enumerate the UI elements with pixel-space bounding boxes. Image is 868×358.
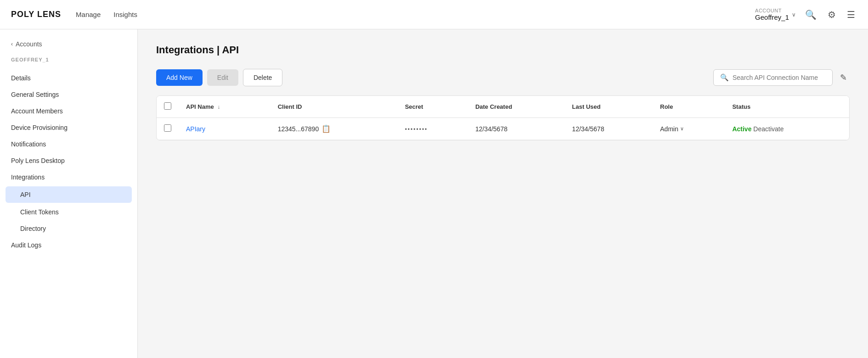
deactivate-button[interactable]: Deactivate [753,125,783,133]
account-chevron-icon: ∨ [792,11,796,18]
nav-manage[interactable]: Manage [76,11,101,18]
row-checkbox-cell [157,118,179,140]
app-logo: POLY LENS [11,10,61,19]
col-header-client-id: Client ID [271,96,398,118]
role-selector[interactable]: Admin ∨ [660,125,717,133]
toolbar: Add New Edit Delete 🔍 ✎ [156,69,850,86]
date-created-cell: 12/34/5678 [468,118,565,140]
breadcrumb-back-icon: ‹ [11,41,13,47]
account-label: ACCOUNT [755,8,789,13]
pencil-icon: ✎ [840,73,847,82]
select-all-checkbox[interactable] [164,102,171,110]
sidebar-sub-item-client-tokens[interactable]: Client Tokens [0,204,137,220]
client-id-content: 12345...67890 📋 [278,124,390,133]
client-id-value: 12345...67890 [278,125,319,133]
col-header-api-name: API Name ↓ [179,96,271,118]
role-chevron-icon: ∨ [680,126,684,132]
table-body: APIary 12345...67890 📋 •••••••• 12/34/56… [157,118,849,140]
main-layout: ‹ Accounts GEOFFREY_1 Details General Se… [0,29,868,358]
sidebar-item-notifications[interactable]: Notifications [0,136,137,152]
sidebar-item-integrations[interactable]: Integrations [0,169,137,185]
delete-button[interactable]: Delete [243,69,282,86]
col-header-status: Status [725,96,849,118]
api-table: API Name ↓ Client ID Secret Date Created… [157,96,849,140]
globe-button[interactable]: ⚙ [826,7,838,22]
col-label-api-name: API Name [186,103,214,110]
sidebar-item-general-settings[interactable]: General Settings [0,86,137,103]
page-title: Integrations | API [156,44,850,56]
search-icon: 🔍 [720,73,729,82]
sidebar-item-poly-lens-desktop[interactable]: Poly Lens Desktop [0,152,137,169]
col-header-date-created: Date Created [468,96,565,118]
row-checkbox[interactable] [164,124,171,132]
sidebar-item-details[interactable]: Details [0,70,137,86]
menu-button[interactable]: ☰ [845,7,857,22]
sidebar-item-audit-logs[interactable]: Audit Logs [0,237,137,253]
breadcrumb-label: Accounts [16,40,42,48]
edit-button[interactable]: Edit [207,69,238,86]
status-badge: Active [732,125,751,133]
add-new-button[interactable]: Add New [156,69,203,86]
sidebar-sub-item-directory[interactable]: Directory [0,220,137,237]
table-header: API Name ↓ Client ID Secret Date Created… [157,96,849,118]
nav-right: ACCOUNT Geoffrey_1 ∨ 🔍 ⚙ ☰ [755,7,857,22]
secret-value: •••••••• [405,126,428,133]
account-name: Geoffrey_1 [755,13,789,21]
sidebar: ‹ Accounts GEOFFREY_1 Details General Se… [0,29,138,358]
search-icon: 🔍 [805,10,817,20]
api-table-container: API Name ↓ Client ID Secret Date Created… [156,95,850,140]
role-cell: Admin ∨ [653,118,725,140]
hamburger-icon: ☰ [847,10,855,20]
edit-icon-button[interactable]: ✎ [837,70,850,85]
sidebar-item-device-provisioning[interactable]: Device Provisioning [0,119,137,136]
col-header-role: Role [653,96,725,118]
breadcrumb[interactable]: ‹ Accounts [0,40,137,57]
sort-icon-api-name[interactable]: ↓ [217,104,220,110]
nav-left: POLY LENS Manage Insights [11,10,137,19]
sidebar-account-label: GEOFFREY_1 [0,57,137,70]
last-used-cell: 12/34/5678 [565,118,653,140]
nav-insights[interactable]: Insights [113,11,137,18]
search-box: 🔍 [713,69,833,86]
role-value: Admin [660,125,678,133]
table-row: APIary 12345...67890 📋 •••••••• 12/34/56… [157,118,849,140]
client-id-cell: 12345...67890 📋 [271,118,398,140]
status-cell: Active Deactivate [725,118,849,140]
api-name-link[interactable]: APIary [186,125,205,133]
copy-icon[interactable]: 📋 [321,124,331,133]
search-button[interactable]: 🔍 [803,7,818,22]
main-content: Integrations | API Add New Edit Delete 🔍… [138,29,868,358]
api-name-cell: APIary [179,118,271,140]
top-navigation: POLY LENS Manage Insights ACCOUNT Geoffr… [0,0,868,29]
select-all-header [157,96,179,118]
globe-icon: ⚙ [828,10,836,20]
col-header-secret: Secret [398,96,468,118]
nav-links: Manage Insights [76,11,137,18]
search-input[interactable] [733,74,824,81]
account-selector[interactable]: ACCOUNT Geoffrey_1 ∨ [755,8,796,21]
secret-cell: •••••••• [398,118,468,140]
col-header-last-used: Last Used [565,96,653,118]
sidebar-sub-item-api[interactable]: API [6,186,132,203]
sidebar-item-account-members[interactable]: Account Members [0,103,137,119]
account-info: ACCOUNT Geoffrey_1 [755,8,789,21]
